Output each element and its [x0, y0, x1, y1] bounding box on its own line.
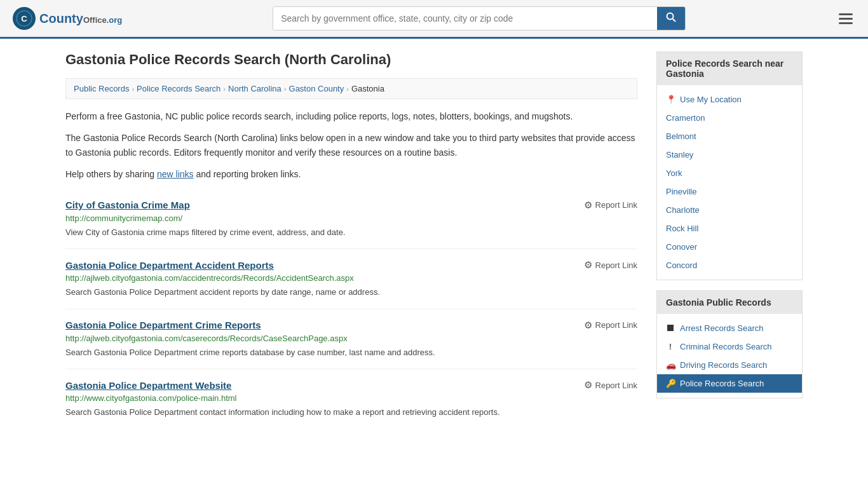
result-header: Gastonia Police Department Crime Reports… — [65, 320, 637, 331]
result-header: Gastonia Police Department Website ⚙ Rep… — [65, 379, 637, 391]
desc-paragraph-1: Perform a free Gastonia, NC public polic… — [65, 109, 637, 123]
sidebar-link-rock-hill[interactable]: Rock Hill — [657, 219, 802, 238]
page-title: Gastonia Police Records Search (North Ca… — [65, 51, 637, 68]
nearby-title: Police Records Search near Gastonia — [657, 52, 802, 85]
sidebar-arrest-records[interactable]: Arrest Records Search — [657, 319, 802, 337]
sidebar-link-belmont[interactable]: Belmont — [657, 127, 802, 146]
breadcrumb-gaston-county[interactable]: Gaston County — [289, 84, 344, 93]
report-link-button[interactable]: ⚙ Report Link — [584, 379, 637, 391]
result-url[interactable]: http://ajlweb.cityofgastonia.com/caserec… — [65, 334, 637, 343]
report-icon: ⚙ — [584, 379, 592, 391]
sidebar-link-york[interactable]: York — [657, 164, 802, 182]
sidebar-use-my-location[interactable]: 📍 Use My Location — [657, 90, 802, 109]
breadcrumb-north-carolina[interactable]: North Carolina — [228, 84, 281, 93]
svg-point-2 — [667, 13, 674, 20]
logo-icon: C — [13, 7, 36, 30]
sidebar-link-concord[interactable]: Concord — [657, 256, 802, 274]
sidebar-link-stanley[interactable]: Stanley — [657, 146, 802, 164]
breadcrumb-current: Gastonia — [351, 84, 384, 93]
result-url[interactable]: http://communitycrimemap.com/ — [65, 214, 637, 223]
result-item: City of Gastonia Crime Map ⚙ Report Link… — [65, 189, 637, 250]
result-item: Gastonia Police Department Accident Repo… — [65, 249, 637, 309]
key-icon: 🔑 — [666, 379, 675, 388]
square-icon — [666, 323, 675, 333]
breadcrumb-police-records-search[interactable]: Police Records Search — [137, 84, 220, 93]
sidebar-link-pineville[interactable]: Pineville — [657, 182, 802, 201]
search-button[interactable] — [657, 7, 685, 30]
report-icon: ⚙ — [584, 320, 592, 331]
result-item: Gastonia Police Department Crime Reports… — [65, 309, 637, 370]
desc-paragraph-3: Help others by sharing new links and rep… — [65, 167, 637, 181]
search-area — [273, 6, 686, 30]
result-desc: Search Gastonia Police Department accide… — [65, 286, 637, 299]
logo-text: CountyOffice.org — [39, 11, 122, 26]
new-links-link[interactable]: new links — [157, 169, 194, 179]
result-header: City of Gastonia Crime Map ⚙ Report Link — [65, 200, 637, 211]
location-icon: 📍 — [666, 95, 675, 104]
sidebar-link-conover[interactable]: Conover — [657, 238, 802, 256]
result-title[interactable]: Gastonia Police Department Accident Repo… — [65, 260, 274, 271]
sidebar-driving-records[interactable]: 🚗 Driving Records Search — [657, 356, 802, 374]
report-link-button[interactable]: ⚙ Report Link — [584, 320, 637, 331]
exclamation-icon: ! — [666, 342, 675, 351]
logo-area: C CountyOffice.org — [13, 7, 122, 30]
sidebar-link-cramerton[interactable]: Cramerton — [657, 109, 802, 127]
sidebar-criminal-records[interactable]: ! Criminal Records Search — [657, 337, 802, 356]
result-title[interactable]: Gastonia Police Department Website — [65, 380, 231, 391]
report-link-button[interactable]: ⚙ Report Link — [584, 259, 637, 271]
result-item: Gastonia Police Department Website ⚙ Rep… — [65, 369, 637, 429]
search-input[interactable] — [273, 7, 657, 30]
content-area: Gastonia Police Records Search (North Ca… — [65, 51, 637, 429]
breadcrumb-public-records[interactable]: Public Records — [74, 84, 129, 93]
result-title[interactable]: City of Gastonia Crime Map — [65, 200, 190, 210]
car-icon: 🚗 — [666, 360, 675, 370]
report-icon: ⚙ — [584, 259, 592, 271]
nearby-links: 📍 Use My Location Cramerton Belmont Stan… — [657, 85, 802, 280]
result-url[interactable]: http://www.cityofgastonia.com/police-mai… — [65, 393, 637, 403]
report-icon: ⚙ — [584, 200, 592, 211]
sidebar-link-charlotte[interactable]: Charlotte — [657, 201, 802, 219]
nearby-box: Police Records Search near Gastonia 📍 Us… — [656, 51, 803, 280]
result-desc: Search Gastonia Police Department crime … — [65, 346, 637, 359]
header: C CountyOffice.org — [0, 0, 868, 39]
sidebar: Police Records Search near Gastonia 📍 Us… — [656, 51, 803, 429]
public-records-box: Gastonia Public Records Arrest Records S… — [656, 290, 803, 398]
public-records-title: Gastonia Public Records — [657, 291, 802, 314]
report-link-button[interactable]: ⚙ Report Link — [584, 200, 637, 211]
sidebar-police-records[interactable]: 🔑 Police Records Search — [657, 374, 802, 393]
result-desc: View City of Gastonia crime maps filtere… — [65, 226, 637, 239]
main-container: Gastonia Police Records Search (North Ca… — [53, 39, 815, 442]
breadcrumb: Public Records › Police Records Search ›… — [65, 78, 637, 99]
desc-paragraph-2: The Gastonia Police Records Search (Nort… — [65, 131, 637, 159]
hamburger-menu-button[interactable] — [836, 11, 855, 27]
result-url[interactable]: http://ajlweb.cityofgastonia.com/acciden… — [65, 273, 637, 283]
svg-text:C: C — [21, 14, 27, 24]
public-records-links: Arrest Records Search ! Criminal Records… — [657, 314, 802, 398]
search-input-wrap — [273, 6, 686, 30]
result-header: Gastonia Police Department Accident Repo… — [65, 259, 637, 271]
result-desc: Search Gastonia Police Department contac… — [65, 406, 637, 419]
result-title[interactable]: Gastonia Police Department Crime Reports — [65, 320, 261, 330]
svg-line-3 — [673, 19, 676, 22]
results-list: City of Gastonia Crime Map ⚙ Report Link… — [65, 189, 637, 429]
